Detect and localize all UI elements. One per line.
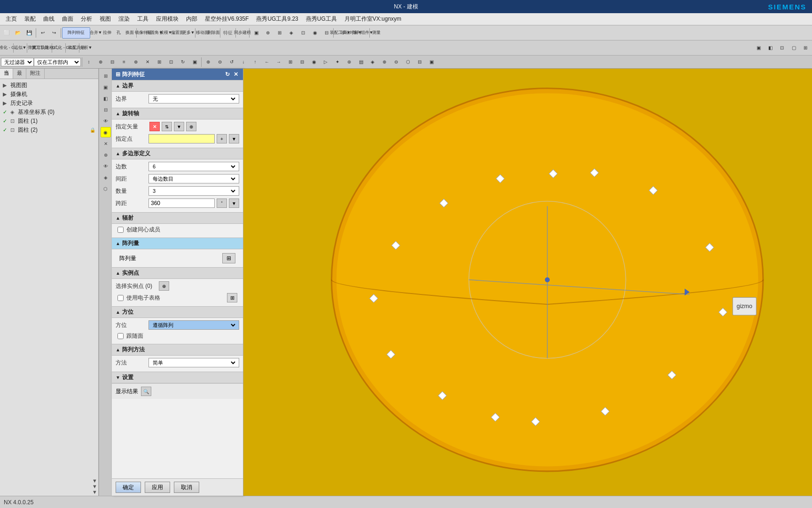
- section-radial-header[interactable]: ▲ 辐射: [112, 212, 243, 224]
- tb3-b4[interactable]: ≡: [118, 56, 130, 68]
- sidebar-tab-current[interactable]: 当: [0, 69, 13, 79]
- boundary-dropdown[interactable]: 无: [151, 95, 237, 102]
- tb2-sketch[interactable]: 近似▼: [15, 42, 26, 54]
- tb3-c8[interactable]: ⊞: [285, 56, 296, 68]
- show-result-btn[interactable]: 🔍: [141, 387, 151, 396]
- filter-scope-select[interactable]: 仅在工作部内: [34, 58, 81, 66]
- tb3-c11[interactable]: ▷: [320, 56, 331, 68]
- tb-icon6[interactable]: ◉: [309, 27, 320, 39]
- section-array-qty-header[interactable]: ▲ 阵列量: [112, 238, 243, 249]
- tb2-v1[interactable]: ▣: [753, 42, 764, 54]
- ip-btn-7[interactable]: ✕: [101, 138, 111, 149]
- tb-icon1[interactable]: ▣: [250, 27, 262, 39]
- ip-btn-2[interactable]: ▣: [101, 82, 111, 92]
- tb3-c9[interactable]: ⊟: [297, 56, 308, 68]
- section-boundary-header[interactable]: ▲ 边界: [112, 80, 243, 92]
- tb-combine[interactable]: 合并▼: [90, 27, 102, 39]
- select-instance-btn[interactable]: ⊕: [159, 281, 169, 291]
- menu-internal[interactable]: 内部: [182, 14, 201, 24]
- count-input[interactable]: 3: [148, 186, 239, 196]
- menu-plugin1[interactable]: 星空外挂V6.935F: [201, 14, 252, 24]
- tb2-v5[interactable]: ⊞: [800, 42, 811, 54]
- ip-btn-3[interactable]: ◧: [101, 93, 111, 103]
- tb-icon5[interactable]: ⊡: [297, 27, 309, 39]
- ip-btn-11[interactable]: ⬡: [101, 183, 111, 194]
- tree-item-views[interactable]: ▶ 视图图: [2, 81, 96, 90]
- tb3-c6[interactable]: ←: [261, 56, 273, 68]
- tree-item-cylinder2[interactable]: ✓ ⊡ 圆柱 (2) 🔒: [2, 126, 96, 135]
- sidebar-collapse-arrow2[interactable]: ▼: [92, 484, 97, 489]
- tb3-c4[interactable]: ↓: [238, 56, 249, 68]
- section-settings-header[interactable]: ▼ 设置: [112, 372, 243, 383]
- dialog-close-btn[interactable]: ✕: [233, 71, 239, 78]
- boundary-value-select[interactable]: 无: [148, 94, 239, 103]
- menu-plugin3[interactable]: 燕秀UG工具: [302, 14, 341, 24]
- menu-surface[interactable]: 曲面: [58, 14, 77, 24]
- menu-assembly[interactable]: 装配: [21, 14, 39, 24]
- tb-more[interactable]: 更多▼: [183, 27, 194, 39]
- method-dropdown[interactable]: 简单: [151, 359, 237, 366]
- tb3-c17[interactable]: ⊖: [390, 56, 402, 68]
- sidebar-tab-recent[interactable]: 最: [13, 69, 26, 79]
- tb3-c2[interactable]: ⊖: [214, 56, 226, 68]
- tree-item-history[interactable]: ▶ 历史记录: [2, 99, 96, 108]
- ok-button[interactable]: 确定: [116, 482, 141, 493]
- tb3-b5[interactable]: ⊕: [130, 56, 141, 68]
- tb-move[interactable]: 移动面: [196, 27, 208, 39]
- tb-trim[interactable]: 倒圆角▼: [149, 27, 160, 39]
- tb-sync-model[interactable]: 同步建模: [237, 27, 248, 39]
- apply-button[interactable]: 应用: [145, 482, 170, 493]
- tree-item-datum[interactable]: ✓ ◈ 基准坐标系 (0): [2, 108, 96, 117]
- tb2-v4[interactable]: ▢: [788, 42, 799, 54]
- ip-btn-10[interactable]: ◈: [101, 172, 111, 183]
- tb-hole[interactable]: 孔: [113, 27, 124, 39]
- spreadsheet-btn[interactable]: ⊞: [227, 293, 237, 302]
- tb2-assemble2[interactable]: 装配: [67, 42, 78, 54]
- menu-analysis[interactable]: 分析: [77, 14, 96, 24]
- tb-open[interactable]: 📂: [12, 27, 23, 39]
- ip-btn-5[interactable]: 👁: [101, 116, 111, 126]
- tb-redo[interactable]: ↪: [48, 27, 60, 39]
- tb3-b1[interactable]: ↕: [83, 56, 94, 68]
- menu-home[interactable]: 主页: [2, 14, 21, 24]
- tb3-c19[interactable]: ⊟: [414, 56, 425, 68]
- tb2-analyze2[interactable]: 分析▼: [80, 42, 92, 54]
- tb-new[interactable]: ⬜: [1, 27, 12, 39]
- tb-array-feature[interactable]: 阵列特征: [62, 27, 90, 39]
- tb3-c5[interactable]: ↑: [250, 56, 261, 68]
- tb-draft[interactable]: 拔模▼: [160, 27, 172, 39]
- cancel-button[interactable]: 取消: [174, 482, 199, 493]
- menu-view[interactable]: 视图: [96, 14, 115, 24]
- tb-replace[interactable]: 换面: [124, 27, 135, 39]
- tb3-b9[interactable]: ↻: [177, 56, 188, 68]
- tb-measure[interactable]: 测量: [371, 27, 382, 39]
- point-btn-options[interactable]: ▼: [229, 134, 239, 143]
- tb3-c1[interactable]: ⊕: [203, 56, 214, 68]
- tb3-b3[interactable]: ⊟: [107, 56, 118, 68]
- vector-btn-x[interactable]: ✕: [149, 122, 160, 131]
- section-polygon-header[interactable]: ▲ 多边形定义: [112, 148, 243, 159]
- tb-extrude[interactable]: 拉伸: [102, 27, 113, 39]
- tb-icon4[interactable]: ◈: [286, 27, 297, 39]
- ip-btn-8[interactable]: ⊕: [101, 150, 111, 160]
- ip-btn-4[interactable]: ⊟: [101, 104, 111, 115]
- ip-btn-6-active[interactable]: ◉: [101, 127, 111, 137]
- tb3-b8[interactable]: ⊡: [165, 56, 177, 68]
- menu-plugin2[interactable]: 燕秀UG工具9.23: [252, 14, 302, 24]
- vector-btn-snap[interactable]: ⊕: [186, 122, 196, 131]
- menu-curve[interactable]: 曲线: [39, 14, 58, 24]
- create-concentric-checkbox[interactable]: [117, 227, 124, 233]
- tb3-b7[interactable]: ⊞: [154, 56, 165, 68]
- tree-item-cylinder1[interactable]: ✓ ⊡ 圆柱 (1): [2, 117, 96, 126]
- tb-icon2[interactable]: ⊕: [262, 27, 273, 39]
- sides-dropdown[interactable]: 6: [151, 163, 237, 170]
- menu-appmodule[interactable]: 应用模块: [152, 14, 182, 24]
- tb2-v3[interactable]: ⊡: [776, 42, 788, 54]
- tb3-c12[interactable]: ✦: [332, 56, 343, 68]
- sidebar-collapse-arrow[interactable]: ▼: [92, 478, 97, 484]
- tree-item-camera[interactable]: ▶ 摄像机: [2, 90, 96, 99]
- vector-btn-options[interactable]: ▼: [174, 122, 184, 131]
- menu-render[interactable]: 渲染: [115, 14, 133, 24]
- tb2-v2[interactable]: ◧: [765, 42, 776, 54]
- section-array-method-header[interactable]: ▲ 阵列方法: [112, 344, 243, 356]
